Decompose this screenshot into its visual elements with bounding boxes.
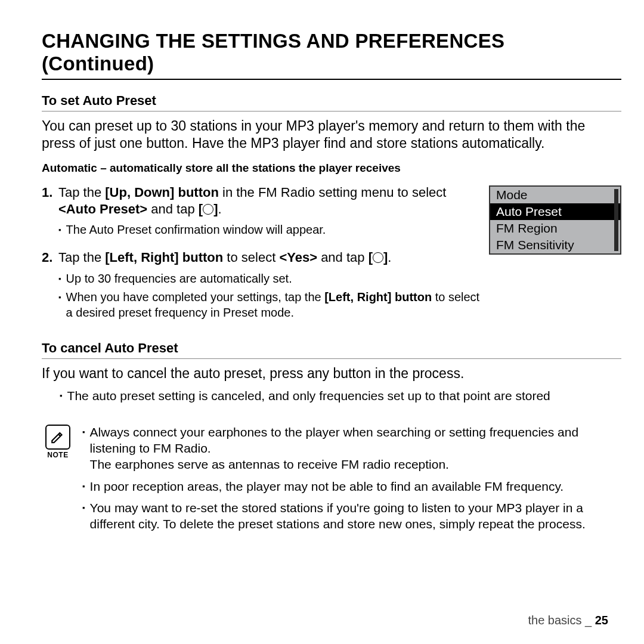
section2-intro: If you want to cancel the auto preset, p… <box>42 365 621 382</box>
n1a: Always connect your earphones to the pla… <box>90 425 579 455</box>
step2-sub1: Up to 30 frequencies are automatically s… <box>58 271 481 287</box>
step2-bold-b: [Left, Right] button <box>105 250 223 265</box>
step1-sub1: The Auto Preset confirmation window will… <box>58 222 481 238</box>
page-footer: the basics _ 25 <box>528 614 608 627</box>
step2-sub1-text: Up to 30 frequencies are automatically s… <box>66 271 292 287</box>
page-title: CHANGING THE SETTINGS AND PREFERENCES (C… <box>42 30 621 80</box>
menu-item-mode: Mode <box>490 187 620 203</box>
step2-text-c: to select <box>223 250 279 265</box>
note-item-1-text: Always connect your earphones to the pla… <box>90 425 621 473</box>
menu-item-auto-preset: Auto Preset <box>490 203 620 220</box>
menu-item-fm-sensitivity: FM Sensitivity <box>490 237 620 253</box>
s2s2-b: [Left, Right] button <box>324 290 432 304</box>
circle-button-icon <box>373 252 383 263</box>
note-pencil-icon <box>45 425 70 450</box>
step1-text-f: . <box>218 202 221 216</box>
circle-button-icon <box>203 204 213 215</box>
note-item-3-text: You may want to re-set the stored statio… <box>90 500 621 532</box>
fm-radio-menu: Mode Auto Preset FM Region FM Sensitivit… <box>489 185 621 255</box>
note-item-2: In poor reception areas, the player may … <box>82 479 621 495</box>
footer-page-number: 25 <box>595 614 608 627</box>
step1-bold-b: [Up, Down] button <box>105 185 219 200</box>
steps-list: 1. Tap the [Up, Down] button in the FM R… <box>42 184 481 333</box>
n1b: The earphones serve as antennas to recei… <box>90 457 449 471</box>
note-label: NOTE <box>42 451 74 459</box>
footer-section: the basics _ <box>528 614 595 627</box>
section2-sub1-text: The auto preset setting is canceled, and… <box>67 388 550 404</box>
automatic-line: Automatic – automatically store all the … <box>42 162 621 175</box>
step2-text-a: Tap the <box>58 250 105 265</box>
step-1-number: 1. <box>42 184 58 242</box>
step-2-number: 2. <box>42 249 58 324</box>
menu-item-fm-region: FM Region <box>490 220 620 237</box>
note-item-1: Always connect your earphones to the pla… <box>82 425 621 473</box>
s2s2-a: When you have completed your settings, t… <box>66 290 325 304</box>
note-block: NOTE Always connect your earphones to th… <box>42 425 621 538</box>
section2-sub1: The auto preset setting is canceled, and… <box>60 388 621 404</box>
step-2: 2. Tap the [Left, Right] button to selec… <box>42 249 481 324</box>
step2-text-e: and tap <box>317 250 369 265</box>
note-list: Always connect your earphones to the pla… <box>82 425 621 538</box>
section-set-auto-preset-heading: To set Auto Preset <box>42 93 621 112</box>
step1-text-c: in the FM Radio setting menu to select <box>219 185 447 200</box>
step2-sub2-text: When you have completed your settings, t… <box>66 290 481 320</box>
note-item-2-text: In poor reception areas, the player may … <box>90 479 564 495</box>
step1-text-a: Tap the <box>58 185 105 200</box>
steps-with-menu: 1. Tap the [Up, Down] button in the FM R… <box>42 184 621 333</box>
step1-text-e: and tap <box>147 202 199 216</box>
section-cancel-auto-preset-heading: To cancel Auto Preset <box>42 340 621 359</box>
section1-intro: You can preset up to 30 stations in your… <box>42 117 621 152</box>
step-1: 1. Tap the [Up, Down] button in the FM R… <box>42 184 481 242</box>
step2-text-f: . <box>388 250 391 265</box>
step1-sub1-text: The Auto Preset confirmation window will… <box>66 222 326 238</box>
note-icon-container: NOTE <box>42 425 74 538</box>
step2-sub2: When you have completed your settings, t… <box>58 290 481 320</box>
step2-bold-d: <Yes> <box>279 250 317 265</box>
note-item-3: You may want to re-set the stored statio… <box>82 500 621 532</box>
step1-bold-d: <Auto Preset> <box>58 202 147 216</box>
